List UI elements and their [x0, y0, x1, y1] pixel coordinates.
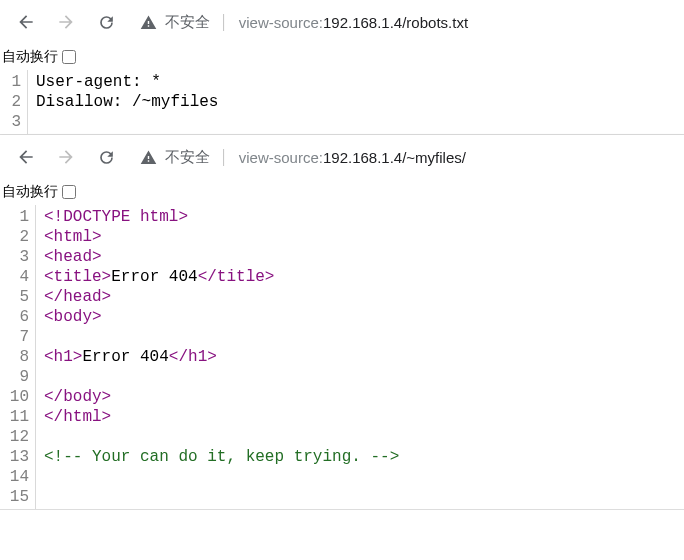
toolbar: 不安全 │ view-source:192.168.1.4/~myfiles/ [0, 135, 684, 179]
code-line [44, 467, 399, 487]
source-code[interactable]: User-agent: *Disallow: /~myfiles [28, 70, 222, 134]
line-number-gutter: 123 [0, 70, 28, 134]
arrow-left-icon [16, 12, 36, 32]
line-wrap-checkbox[interactable] [62, 50, 76, 64]
line-wrap-label: 自动换行 [2, 48, 58, 66]
code-line: <!DOCTYPE html> [44, 207, 399, 227]
code-line [44, 367, 399, 387]
reload-button[interactable] [88, 4, 124, 40]
code-line: </head> [44, 287, 399, 307]
browser-pane-1: 不安全 │ view-source:192.168.1.4/robots.txt… [0, 0, 684, 135]
address-separator: │ [220, 14, 229, 30]
code-line [44, 427, 399, 447]
arrow-left-icon [16, 147, 36, 167]
insecure-label: 不安全 [165, 148, 210, 167]
reload-icon [97, 148, 116, 167]
reload-button[interactable] [88, 139, 124, 175]
insecure-label: 不安全 [165, 13, 210, 32]
browser-pane-2: 不安全 │ view-source:192.168.1.4/~myfiles/ … [0, 135, 684, 510]
line-wrap-checkbox[interactable] [62, 185, 76, 199]
url-text: view-source:192.168.1.4/robots.txt [239, 14, 468, 31]
address-separator: │ [220, 149, 229, 165]
forward-button[interactable] [48, 139, 84, 175]
code-line [44, 487, 399, 507]
back-button[interactable] [8, 4, 44, 40]
code-line: <h1>Error 404</h1> [44, 347, 399, 367]
reload-icon [97, 13, 116, 32]
source-view: 123456789101112131415 <!DOCTYPE html><ht… [0, 205, 684, 509]
code-line [44, 327, 399, 347]
warning-icon [140, 14, 157, 31]
source-code[interactable]: <!DOCTYPE html><html><head><title>Error … [36, 205, 403, 509]
code-line: </body> [44, 387, 399, 407]
back-button[interactable] [8, 139, 44, 175]
line-wrap-row: 自动换行 [0, 44, 684, 70]
arrow-right-icon [56, 12, 76, 32]
code-line: Disallow: /~myfiles [36, 92, 218, 112]
code-line: <title>Error 404</title> [44, 267, 399, 287]
code-line: <head> [44, 247, 399, 267]
code-line: </html> [44, 407, 399, 427]
line-number-gutter: 123456789101112131415 [0, 205, 36, 509]
code-line: <html> [44, 227, 399, 247]
address-bar[interactable]: 不安全 │ view-source:192.168.1.4/robots.txt [130, 9, 676, 36]
line-wrap-row: 自动换行 [0, 179, 684, 205]
address-bar[interactable]: 不安全 │ view-source:192.168.1.4/~myfiles/ [130, 144, 676, 171]
code-line: <body> [44, 307, 399, 327]
arrow-right-icon [56, 147, 76, 167]
url-text: view-source:192.168.1.4/~myfiles/ [239, 149, 466, 166]
line-wrap-label: 自动换行 [2, 183, 58, 201]
source-view: 123 User-agent: *Disallow: /~myfiles [0, 70, 684, 134]
warning-icon [140, 149, 157, 166]
code-line: User-agent: * [36, 72, 218, 92]
forward-button[interactable] [48, 4, 84, 40]
toolbar: 不安全 │ view-source:192.168.1.4/robots.txt [0, 0, 684, 44]
code-line: <!-- Your can do it, keep trying. --> [44, 447, 399, 467]
